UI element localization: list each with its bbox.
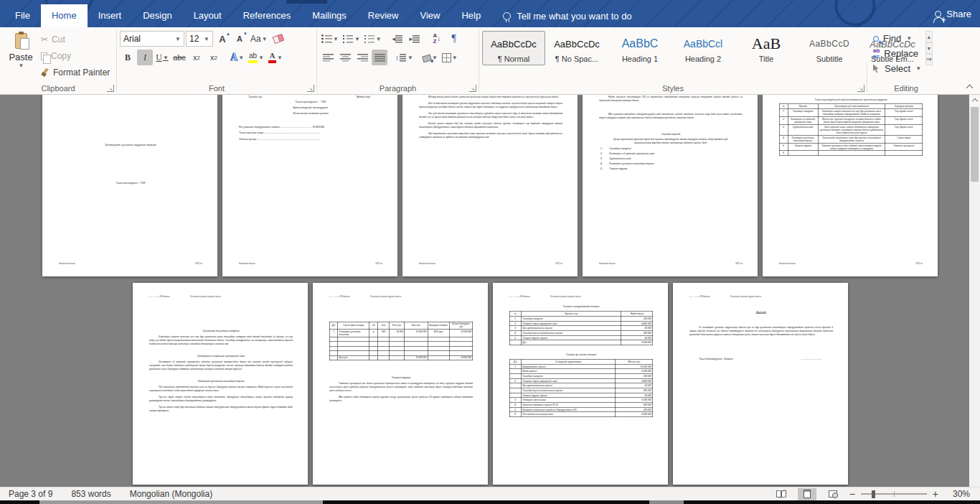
clipboard-dialog-launcher[interactable]	[107, 85, 114, 92]
tab-insert[interactable]: Insert	[88, 4, 133, 27]
document-page[interactable]: Нийт гаргасан тасалбарын 2/3 нь борлогдс…	[583, 95, 758, 276]
align-right-button[interactable]	[354, 50, 370, 65]
style-subtitle[interactable]: AaBbCcDSubtitle	[798, 31, 861, 65]
style-heading-2[interactable]: AaBbCclHeading 2	[672, 31, 735, 65]
table-cell: Орон нутгийн сонин хэвлэл, телевизээр да…	[818, 124, 885, 135]
borders-button[interactable]: ▼	[440, 50, 459, 65]
bold-button[interactable]: B	[120, 50, 136, 65]
align-center-button[interactable]	[337, 50, 353, 65]
style--normal[interactable]: AaBbCcDc¶ Normal	[482, 31, 545, 65]
vertical-scrollbar[interactable]	[969, 95, 980, 487]
document-page[interactable]: «..............» ХХКомпаниХонжворт сугал…	[673, 283, 848, 485]
style-heading-1[interactable]: AaBbCHeading 1	[608, 31, 672, 65]
zoom-level[interactable]: 30%	[946, 489, 970, 499]
scrollbar-thumb[interactable]	[971, 107, 979, 182]
page-indicator[interactable]: Page 3 of 9	[9, 489, 52, 499]
sort-button[interactable]: AZ↓	[429, 31, 445, 47]
zoom-out-button[interactable]: −	[849, 488, 855, 500]
subscript-button[interactable]: x2	[189, 50, 204, 65]
table-cell: 300 000	[621, 330, 652, 335]
zoom-slider-thumb[interactable]	[872, 490, 875, 498]
document-page[interactable]: Төслийн нэр" Азтай өдөр "Төсөл хэрэгжүүл…	[222, 95, 397, 276]
format-painter-button[interactable]: Format Painter	[39, 65, 112, 80]
document-page[interactable]: «..............» ХХКомпаниХонжворт сугал…	[313, 283, 488, 485]
table-cell: Үйл ажиллагааны цэвэр ашиг	[521, 412, 616, 417]
text-effects-button[interactable]: A▼	[229, 50, 245, 65]
shading-bucket-icon	[422, 54, 432, 62]
page-footer-right: 2011 он	[555, 262, 562, 264]
document-page[interactable]: Төсөл хэрэгжүүлэх үед хийгдэх ажиллагааг…	[763, 95, 938, 276]
justify-button[interactable]	[372, 50, 387, 65]
table-cell	[329, 355, 338, 360]
page-row-top: Хонжворт сугалаа явуулах төсөлТөсөл хэрэ…	[0, 95, 980, 276]
find-button[interactable]: Find ▼	[870, 31, 942, 46]
shrink-font-button[interactable]: A	[232, 31, 248, 47]
shading-button[interactable]: ▼	[421, 50, 439, 65]
page-paragraph: Уг хонжворт сугалааг явуулснаар хожсон х…	[689, 325, 833, 337]
clear-formatting-button[interactable]	[270, 31, 286, 47]
tab-home[interactable]: Home	[41, 4, 88, 27]
share-button[interactable]: Share	[935, 0, 971, 27]
language-indicator[interactable]: Mongolian (Mongolia)	[130, 489, 212, 499]
collapse-ribbon-button[interactable]	[966, 83, 973, 90]
grow-font-button[interactable]: A	[215, 31, 230, 47]
font-color-button[interactable]: A▼	[267, 50, 284, 65]
copy-label: Copy	[51, 51, 71, 61]
line-spacing-button[interactable]: ↕▼	[394, 50, 415, 65]
web-layout-button[interactable]	[824, 488, 842, 500]
zoom-in-button[interactable]: +	[933, 488, 938, 500]
tab-help[interactable]: Help	[451, 4, 491, 27]
tell-me-box[interactable]: Tell me what you want to do	[503, 4, 631, 27]
document-page[interactable]: Ийнхүү манай улсад бизнес эрхлэгчид үндэ…	[402, 95, 578, 276]
copy-button[interactable]: Copy	[39, 49, 112, 63]
show-paragraph-marks-button[interactable]: ¶	[446, 31, 462, 47]
superscript-button[interactable]: x2	[206, 50, 222, 65]
select-button[interactable]: Select ▼	[870, 61, 942, 76]
style--no-spac-[interactable]: AaBbCcDc¶ No Spac...	[545, 31, 608, 65]
numbering-button[interactable]: ▼	[341, 31, 362, 47]
document-page[interactable]: «..............» ХХКомпаниХонжворт сугал…	[493, 283, 668, 485]
tab-layout[interactable]: Layout	[183, 4, 232, 27]
paragraph-dialog-launcher[interactable]	[469, 85, 476, 92]
bullets-button[interactable]: ▼	[320, 31, 340, 47]
font-group: Arial ▼ 12 ▼ A A Aa▼ B I U▼ abc x2 x2 A▼…	[117, 27, 316, 94]
page-footer-right: 2011 он	[375, 262, 382, 264]
page-content: Ийнхүү манай улсад бизнес эрхлэгчид үндэ…	[402, 95, 578, 276]
font-size-value: 12	[189, 34, 199, 44]
document-page[interactable]: Хонжворт сугалаа явуулах төсөлТөсөл хэрэ…	[42, 95, 217, 276]
tab-review[interactable]: Review	[357, 4, 410, 27]
change-case-button[interactable]: Aa▼	[249, 31, 269, 47]
styles-dialog-launcher[interactable]	[857, 85, 864, 92]
italic-button[interactable]: I	[137, 50, 153, 65]
print-layout-button[interactable]	[798, 488, 816, 500]
tab-design[interactable]: Design	[132, 4, 182, 27]
align-left-button[interactable]	[320, 50, 336, 65]
font-size-combo[interactable]: 12 ▼	[186, 31, 213, 47]
highlight-button[interactable]: ab▼	[247, 50, 265, 65]
paste-clipboard-icon	[15, 33, 27, 49]
font-dialog-launcher[interactable]	[307, 85, 314, 92]
page-footer-left: Бизнесийн төсөл	[59, 262, 75, 264]
tab-view[interactable]: View	[409, 4, 451, 27]
read-mode-button[interactable]	[772, 488, 791, 500]
font-name-combo[interactable]: Arial ▼	[120, 31, 184, 47]
multilevel-list-button[interactable]: ▼	[363, 31, 383, 47]
increase-indent-button[interactable]: ▸	[407, 31, 423, 47]
zoom-slider[interactable]	[861, 493, 927, 495]
page-paragraph: Бид эд мөнгөний хонжворт сугалаа явуулах…	[419, 101, 562, 108]
tab-file[interactable]: File	[4, 4, 41, 27]
underline-button[interactable]: U▼	[154, 50, 170, 65]
chevron-down-icon: ▼	[175, 36, 181, 42]
tab-mailings[interactable]: Mailings	[301, 4, 357, 27]
document-page[interactable]: «..............» ХХКомпаниХонжворт сугал…	[133, 283, 308, 485]
tab-references[interactable]: References	[232, 4, 301, 27]
paste-button[interactable]: Paste ▼	[3, 31, 39, 80]
word-count[interactable]: 853 words	[71, 489, 110, 499]
replace-button[interactable]: abac Replace	[870, 46, 942, 61]
strikethrough-button[interactable]: abc	[171, 50, 187, 65]
scroll-up-arrow[interactable]	[969, 95, 980, 106]
table-header-cell: №	[779, 104, 788, 109]
style-title[interactable]: AaBTitle	[735, 31, 798, 65]
decrease-indent-button[interactable]: ◂	[390, 31, 405, 47]
cut-button[interactable]: ✂ Cut	[39, 32, 112, 47]
